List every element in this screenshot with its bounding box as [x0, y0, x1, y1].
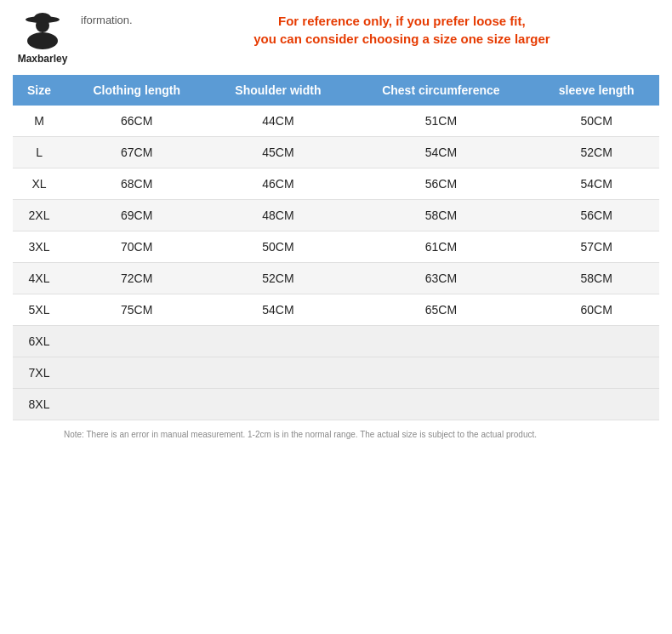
- table-row: 6XL: [13, 326, 659, 357]
- cell-sleeve: 52CM: [533, 137, 659, 168]
- cell-chest: 61CM: [348, 231, 533, 263]
- cell-size: 4XL: [13, 263, 65, 294]
- info-text: iformation.: [81, 14, 133, 26]
- cell-clothing_length: 69CM: [65, 200, 208, 231]
- svg-point-3: [34, 13, 51, 23]
- cell-sleeve: 57CM: [533, 231, 659, 263]
- col-clothing-length: Clothing length: [65, 75, 208, 106]
- cell-size: 8XL: [13, 389, 65, 420]
- cell-size: L: [13, 137, 65, 168]
- col-chest-circumference: Chest circumference: [348, 75, 533, 106]
- header-notice: For reference only, if you prefer loose …: [145, 9, 659, 48]
- cell-clothing_length: 72CM: [65, 263, 208, 294]
- size-table: Size Clothing length Shoulder width Ches…: [13, 75, 659, 420]
- cell-sleeve: [533, 326, 659, 357]
- table-row: 3XL70CM50CM61CM57CM: [13, 231, 659, 263]
- table-row: 5XL75CM54CM65CM60CM: [13, 294, 659, 326]
- measurement-note: Note: There is an error in manual measur…: [13, 429, 659, 441]
- cell-chest: 58CM: [348, 200, 533, 231]
- brand-logo-icon: [20, 9, 66, 51]
- table-header-row: Size Clothing length Shoulder width Ches…: [13, 75, 659, 106]
- cell-clothing_length: [65, 326, 208, 357]
- cell-clothing_length: 70CM: [65, 231, 208, 263]
- cell-shoulder_width: 46CM: [208, 168, 348, 200]
- cell-sleeve: 50CM: [533, 106, 659, 137]
- svg-point-0: [27, 32, 58, 49]
- cell-shoulder_width: 48CM: [208, 200, 348, 231]
- cell-shoulder_width: [208, 357, 348, 389]
- cell-chest: 54CM: [348, 137, 533, 168]
- cell-sleeve: 54CM: [533, 168, 659, 200]
- table-row: M66CM44CM51CM50CM: [13, 106, 659, 137]
- table-row: 4XL72CM52CM63CM58CM: [13, 263, 659, 294]
- cell-chest: [348, 389, 533, 420]
- cell-shoulder_width: 44CM: [208, 106, 348, 137]
- cell-sleeve: 56CM: [533, 200, 659, 231]
- cell-chest: 51CM: [348, 106, 533, 137]
- table-row: 2XL69CM48CM58CM56CM: [13, 200, 659, 231]
- cell-size: 6XL: [13, 326, 65, 357]
- cell-clothing_length: [65, 357, 208, 389]
- page-wrapper: Maxbarley iformation. For reference only…: [13, 9, 659, 441]
- cell-clothing_length: 66CM: [65, 106, 208, 137]
- cell-chest: [348, 357, 533, 389]
- cell-chest: 56CM: [348, 168, 533, 200]
- cell-size: 2XL: [13, 200, 65, 231]
- cell-clothing_length: 75CM: [65, 294, 208, 326]
- cell-chest: 65CM: [348, 294, 533, 326]
- table-row: 7XL: [13, 357, 659, 389]
- cell-sleeve: [533, 357, 659, 389]
- cell-shoulder_width: 54CM: [208, 294, 348, 326]
- table-row: 8XL: [13, 389, 659, 420]
- cell-clothing_length: 68CM: [65, 168, 208, 200]
- header-info: iformation.: [81, 9, 136, 26]
- col-shoulder-width: Shoulder width: [208, 75, 348, 106]
- cell-shoulder_width: 50CM: [208, 231, 348, 263]
- cell-size: 3XL: [13, 231, 65, 263]
- cell-size: 5XL: [13, 294, 65, 326]
- col-size: Size: [13, 75, 65, 106]
- col-sleeve-length: sleeve length: [533, 75, 659, 106]
- cell-shoulder_width: [208, 389, 348, 420]
- brand-name: Maxbarley: [18, 53, 68, 65]
- cell-sleeve: 60CM: [533, 294, 659, 326]
- cell-size: 7XL: [13, 357, 65, 389]
- cell-size: XL: [13, 168, 65, 200]
- header: Maxbarley iformation. For reference only…: [13, 9, 659, 65]
- cell-shoulder_width: [208, 326, 348, 357]
- table-row: L67CM45CM54CM52CM: [13, 137, 659, 168]
- cell-chest: [348, 326, 533, 357]
- cell-clothing_length: [65, 389, 208, 420]
- cell-clothing_length: 67CM: [65, 137, 208, 168]
- cell-sleeve: 58CM: [533, 263, 659, 294]
- cell-shoulder_width: 52CM: [208, 263, 348, 294]
- cell-sleeve: [533, 389, 659, 420]
- cell-chest: 63CM: [348, 263, 533, 294]
- logo-area: Maxbarley: [13, 9, 72, 65]
- cell-shoulder_width: 45CM: [208, 137, 348, 168]
- cell-size: M: [13, 106, 65, 137]
- table-row: XL68CM46CM56CM54CM: [13, 168, 659, 200]
